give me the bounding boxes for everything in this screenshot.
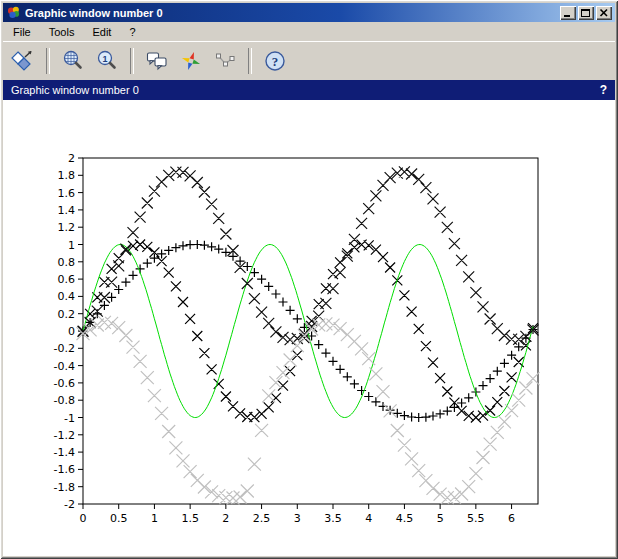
export-graphics-button[interactable] [7,45,39,77]
window-title: Graphic window number 0 [25,7,556,19]
minimize-icon [564,15,570,17]
plot-svg[interactable]: 00.511.522.533.544.555.5621.81.61.41.210… [3,100,615,556]
toolbar-separator [46,48,50,74]
svg-text:1.2: 1.2 [58,221,76,234]
help-button[interactable]: ? [259,45,291,77]
close-button[interactable] [596,6,612,20]
svg-text:1.8: 1.8 [58,169,76,182]
menu-file[interactable]: File [4,24,40,40]
series-4 [77,316,540,505]
minimize-button[interactable] [560,6,576,20]
svg-text:0.4: 0.4 [58,290,76,303]
zoom-area-icon [61,49,85,73]
svg-text:3.5: 3.5 [324,512,342,525]
svg-text:0: 0 [68,325,75,338]
svg-text:-1.2: -1.2 [54,429,75,442]
svg-text:1: 1 [102,54,107,64]
svg-text:-1.4: -1.4 [54,446,75,459]
unzoom-icon: 1 [95,49,119,73]
export-graphics-icon [11,49,35,73]
svg-text:0.5: 0.5 [110,512,128,525]
maximize-icon [581,9,590,17]
svg-text:-2: -2 [64,498,75,511]
toolbar: 1 [3,41,615,80]
svg-text:4.5: 4.5 [396,512,414,525]
svg-text:1: 1 [68,239,75,252]
info-bar-help: ? [600,83,607,97]
help-icon: ? [263,49,287,73]
svg-text:3: 3 [294,512,301,525]
svg-text:-0.8: -0.8 [54,394,75,407]
graphic-window: Graphic window number 0 File Tools Edit … [0,0,618,559]
svg-text:1.4: 1.4 [58,204,76,217]
svg-text:1.5: 1.5 [181,512,199,525]
svg-text:0.6: 0.6 [58,273,76,286]
toolbar-separator [248,48,252,74]
svg-text:-0.6: -0.6 [54,377,75,390]
edit-curve-nodes-icon [213,49,237,73]
maximize-button[interactable] [578,6,594,20]
close-icon [601,9,608,16]
svg-text:1.6: 1.6 [58,187,76,200]
menu-help[interactable]: ? [120,24,144,40]
title-bar[interactable]: Graphic window number 0 [3,3,615,22]
svg-text:?: ? [272,54,279,69]
info-bar-text: Graphic window number 0 [11,84,600,96]
svg-text:0.2: 0.2 [58,308,76,321]
edit-curve-nodes-button[interactable] [209,45,241,77]
svg-text:-0.2: -0.2 [54,342,75,355]
svg-text:-1.6: -1.6 [54,463,75,476]
svg-text:-0.4: -0.4 [54,360,75,373]
svg-text:-1.8: -1.8 [54,481,75,494]
zoom-area-button[interactable] [57,45,89,77]
svg-text:2: 2 [68,152,75,165]
svg-text:-1: -1 [64,412,75,425]
unzoom-button[interactable]: 1 [91,45,123,77]
svg-text:6: 6 [508,512,515,525]
svg-text:2: 2 [222,512,229,525]
svg-text:1: 1 [151,512,158,525]
svg-text:5: 5 [437,512,444,525]
menu-edit[interactable]: Edit [83,24,120,40]
series-3 [78,166,539,345]
speech-bubbles-button[interactable] [141,45,173,77]
menu-tools[interactable]: Tools [40,24,84,40]
plot-canvas[interactable]: 00.511.522.533.544.555.5621.81.61.41.210… [3,100,615,556]
svg-text:5.5: 5.5 [467,512,485,525]
ged-star-icon [179,49,203,73]
scilab-logo-icon [6,5,21,20]
svg-text:2.5: 2.5 [253,512,271,525]
x-axis-ticks: 00.511.522.533.544.555.56 [80,504,516,525]
plot-frame [83,158,538,504]
ged-star-button[interactable] [175,45,207,77]
speech-bubbles-icon [145,49,169,73]
menu-bar: File Tools Edit ? [3,22,615,41]
svg-text:4: 4 [365,512,372,525]
toolbar-separator [130,48,134,74]
svg-text:0: 0 [80,512,87,525]
info-bar: Graphic window number 0 ? [3,80,615,100]
svg-text:0.8: 0.8 [58,256,76,269]
